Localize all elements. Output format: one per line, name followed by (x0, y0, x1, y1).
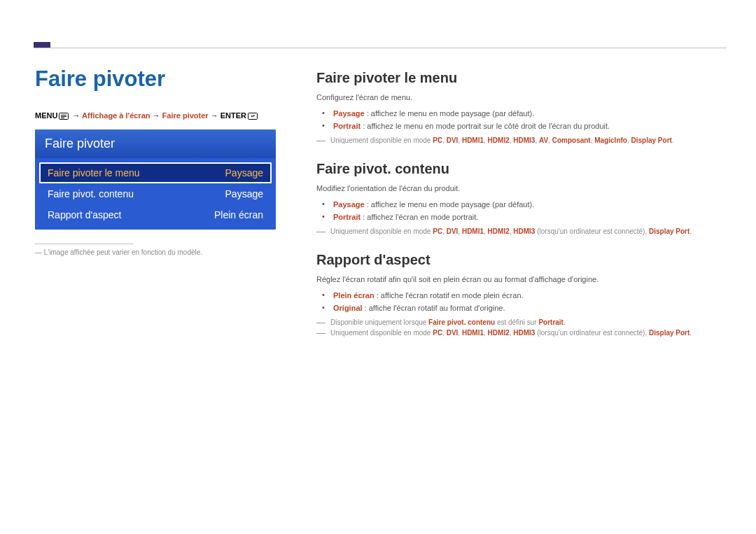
section-intro: Réglez l'écran rotatif afin qu'il soit e… (316, 275, 721, 283)
enter-button-icon (248, 113, 258, 120)
section-title: Rapport d'aspect (316, 252, 721, 268)
bullet-item: Paysage : affichez le menu en mode paysa… (329, 107, 721, 120)
header-divider (34, 48, 727, 48)
section-intro: Modifiez l'orientation de l'écran du pro… (316, 184, 721, 192)
section: Rapport d'aspectRéglez l'écran rotatif a… (316, 252, 721, 337)
mode-highlight: Display Port (631, 136, 672, 144)
svg-rect-2 (61, 116, 66, 117)
osd-row-label: Rapport d'aspect (48, 209, 121, 220)
bullet-item: Original : affiche l'écran rotatif au fo… (329, 302, 721, 314)
mode-highlight: HDMI2 (488, 227, 510, 235)
bullet-strong: Paysage (333, 109, 365, 118)
bullet-item: Portrait : affichez l'écran en mode port… (329, 211, 721, 223)
bullet-item: Plein écran : affiche l'écran rotatif en… (329, 289, 721, 302)
osd-row-label: Faire pivoter le menu (48, 167, 140, 178)
section-title: Faire pivot. contenu (316, 161, 721, 177)
mode-highlight: Display Port (649, 329, 690, 337)
mode-highlight: HDMI2 (488, 136, 510, 144)
dash-note: Uniquement disponible en mode PC, DVI, H… (316, 329, 721, 337)
header-accent (34, 42, 50, 48)
page-title: Faire pivoter (35, 66, 294, 92)
breadcrumb-item: Affichage à l'écran (82, 111, 150, 120)
breadcrumb-menu: MENU (35, 111, 57, 120)
dash-note: Uniquement disponible en mode PC, DVI, H… (316, 136, 721, 144)
section: Faire pivoter le menuConfigurez l'écran … (316, 70, 721, 144)
osd-row-value: Paysage (225, 167, 263, 178)
svg-rect-1 (61, 115, 66, 115)
left-footnote: ― L'image affichée peut varier en foncti… (35, 248, 294, 256)
section-title: Faire pivoter le menu (316, 70, 721, 86)
bullet-strong: Portrait (333, 122, 360, 130)
mode-highlight: PC (433, 136, 442, 144)
osd-row-value: Plein écran (214, 209, 263, 220)
bullet-list: Paysage : affichez le menu en mode paysa… (316, 198, 721, 223)
dash-note: Uniquement disponible en mode PC, DVI, H… (316, 227, 721, 235)
osd-title: Faire pivoter (35, 129, 276, 158)
mode-highlight: DVI (447, 136, 458, 144)
mode-highlight: HDMI1 (462, 136, 484, 144)
osd-row-label: Faire pivot. contenu (48, 188, 134, 199)
breadcrumb-item: Faire pivoter (162, 111, 209, 120)
mode-highlight: Composant (552, 136, 591, 144)
breadcrumb-arrow: → (72, 111, 80, 120)
section: Faire pivot. contenuModifiez l'orientati… (316, 161, 721, 235)
mode-highlight: HDMI3 (513, 136, 535, 144)
bullet-strong: Portrait (333, 213, 360, 221)
bullet-list: Plein écran : affiche l'écran rotatif en… (316, 289, 721, 314)
mode-highlight: DVI (447, 227, 458, 235)
osd-row-rotate-menu[interactable]: Faire pivoter le menu Paysage (39, 162, 272, 183)
osd-row-value: Paysage (225, 188, 263, 199)
svg-rect-3 (61, 118, 64, 118)
mode-highlight: HDMI1 (462, 329, 484, 337)
bullet-list: Paysage : affichez le menu en mode paysa… (316, 107, 721, 132)
bullet-strong: Original (333, 304, 363, 312)
footnote-divider (35, 244, 133, 244)
mode-highlight: HDMI3 (513, 329, 535, 337)
osd-row-rotate-content[interactable]: Faire pivot. contenu Paysage (39, 183, 272, 204)
dash-note: Disponible uniquement lorsque Faire pivo… (316, 318, 721, 326)
mode-highlight: Display Port (649, 227, 690, 235)
mode-highlight: PC (433, 329, 442, 337)
osd-panel: Faire pivoter Faire pivoter le menu Pays… (35, 129, 276, 230)
mode-highlight: Faire pivot. contenu (428, 318, 495, 326)
bullet-item: Paysage : affichez le menu en mode paysa… (329, 198, 721, 211)
mode-highlight: Portrait (538, 318, 564, 326)
breadcrumb-arrow: → (211, 111, 218, 120)
mode-highlight: HDMI1 (462, 227, 484, 235)
bullet-strong: Paysage (333, 200, 365, 209)
mode-highlight: HDMI2 (488, 329, 510, 337)
right-column: Faire pivoter le menuConfigurez l'écran … (316, 70, 721, 337)
bullet-item: Portrait : affichez le menu en mode port… (329, 120, 721, 132)
mode-highlight: HDMI3 (513, 227, 535, 235)
breadcrumb-enter: ENTER (220, 111, 246, 120)
breadcrumb-arrow: → (153, 111, 160, 120)
bullet-strong: Plein écran (333, 291, 374, 300)
mode-highlight: DVI (447, 329, 458, 337)
left-column: Faire pivoter MENU → Affichage à l'écran… (35, 66, 294, 256)
mode-highlight: AV (539, 136, 548, 144)
mode-highlight: PC (433, 227, 442, 235)
osd-body: Faire pivoter le menu Paysage Faire pivo… (35, 158, 276, 230)
osd-row-aspect-ratio[interactable]: Rapport d'aspect Plein écran (39, 204, 272, 225)
breadcrumb: MENU → Affichage à l'écran → Faire pivot… (35, 111, 294, 120)
mode-highlight: MagicInfo (594, 136, 627, 144)
menu-button-icon (59, 113, 69, 120)
section-intro: Configurez l'écran de menu. (316, 93, 721, 101)
